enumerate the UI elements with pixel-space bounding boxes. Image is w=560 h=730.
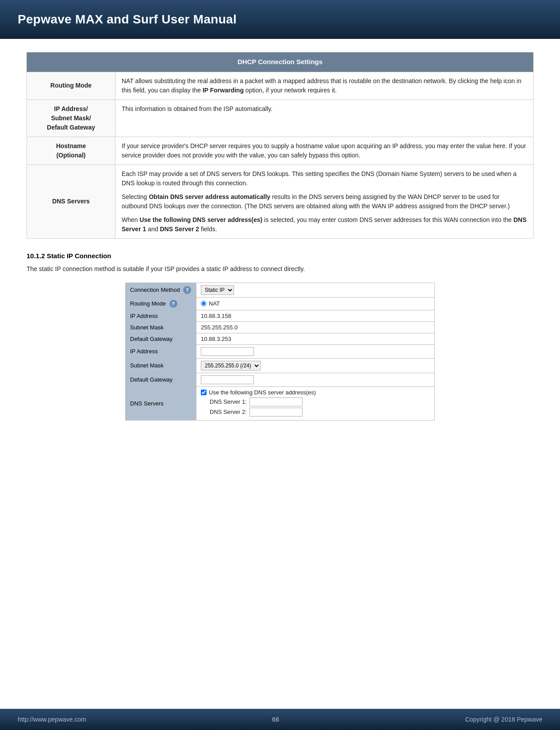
ip-address-form-label: IP Address xyxy=(126,310,196,321)
form-row-subnet-mask: Subnet Mask 255.255.255.0 xyxy=(126,321,435,333)
page-title: Pepwave MAX and Surf User Manual xyxy=(18,12,542,27)
dns-servers-form-value: Use the following DNS server address(es)… xyxy=(196,386,435,420)
page-header: Pepwave MAX and Surf User Manual xyxy=(0,0,560,39)
dns-servers-form-label: DNS Servers xyxy=(126,386,196,420)
form-row-default-gateway: Default Gateway 10.88.3.253 xyxy=(126,333,435,344)
dns-server2-label: DNS Server 2: xyxy=(210,409,247,415)
ip-address-form-value: 10.88.3.158 xyxy=(196,310,435,321)
subnet-mask-form-label: Subnet Mask xyxy=(126,321,196,333)
dns-use-following-checkbox[interactable] xyxy=(201,390,207,395)
ip-address-label: IP Address/Subnet Mask/Default Gateway xyxy=(27,99,115,137)
static-section-intro: The static IP connection method is suita… xyxy=(27,264,533,274)
table-row: DNS Servers Each ISP may provide a set o… xyxy=(27,164,533,238)
routing-mode-form-value: NAT xyxy=(196,297,435,310)
routing-mode-nat-label: NAT xyxy=(209,300,220,307)
main-content: DHCP Connection Settings Routing Mode NA… xyxy=(0,39,560,709)
dns-use-following-label: Use the following DNS server address(es) xyxy=(209,389,316,396)
dhcp-table-title: DHCP Connection Settings xyxy=(27,53,533,72)
footer-copyright: Copyright @ 2018 Pepwave xyxy=(465,716,542,723)
form-row-subnet-mask2: Subnet Mask 255.255.255.0 (/24) xyxy=(126,358,435,373)
connection-method-help-icon[interactable]: ? xyxy=(183,286,191,294)
default-gateway-form-value: 10.88.3.253 xyxy=(196,333,435,344)
default-gateway-form-label: Default Gateway xyxy=(126,333,196,344)
routing-mode-value: NAT allows substituting the real address… xyxy=(115,72,533,99)
connection-method-select[interactable]: Static IP xyxy=(201,285,234,295)
ip-address2-form-label: IP Address xyxy=(126,344,196,358)
subnet-mask2-select[interactable]: 255.255.255.0 (/24) xyxy=(201,361,261,371)
ip-address2-form-value xyxy=(196,344,435,358)
form-row-ip-address: IP Address 10.88.3.158 xyxy=(126,310,435,321)
dhcp-settings-table: DHCP Connection Settings Routing Mode NA… xyxy=(27,52,533,239)
form-row-dns-servers: DNS Servers Use the following DNS server… xyxy=(126,386,435,420)
routing-mode-radio[interactable] xyxy=(201,301,207,306)
ip-address-value: This information is obtained from the IS… xyxy=(115,99,533,137)
static-section-heading: 10.1.2 Static IP Connection xyxy=(27,252,533,260)
dns-servers-value: Each ISP may provide a set of DNS server… xyxy=(115,164,533,238)
static-ip-form-table: Connection Method ? Static IP Routing Mo… xyxy=(125,283,435,420)
dns-servers-label: DNS Servers xyxy=(27,164,115,238)
connection-method-value: Static IP xyxy=(196,283,435,297)
subnet-mask2-form-value: 255.255.255.0 (/24) xyxy=(196,358,435,373)
routing-mode-label: Routing Mode xyxy=(27,72,115,99)
table-row: Hostname(Optional) If your service provi… xyxy=(27,137,533,164)
ip-address2-input[interactable] xyxy=(201,347,254,356)
form-row-default-gateway2: Default Gateway xyxy=(126,373,435,386)
form-row-ip-address2: IP Address xyxy=(126,344,435,358)
default-gateway2-form-value xyxy=(196,373,435,386)
page-footer: http://www.pepwave.com 66 Copyright @ 20… xyxy=(0,709,560,730)
hostname-value: If your service provider's DHCP server r… xyxy=(115,137,533,164)
default-gateway2-input[interactable] xyxy=(201,375,254,384)
hostname-label: Hostname(Optional) xyxy=(27,137,115,164)
table-row: IP Address/Subnet Mask/Default Gateway T… xyxy=(27,99,533,137)
routing-mode-form-label: Routing Mode ? xyxy=(126,297,196,310)
table-row: Routing Mode NAT allows substituting the… xyxy=(27,72,533,99)
routing-mode-help-icon[interactable]: ? xyxy=(169,300,177,308)
footer-page: 66 xyxy=(272,716,279,723)
connection-method-label: Connection Method ? xyxy=(126,283,196,297)
footer-url: http://www.pepwave.com xyxy=(18,716,86,723)
subnet-mask-form-value: 255.255.255.0 xyxy=(196,321,435,333)
dns-server1-label: DNS Server 1: xyxy=(210,398,247,405)
form-row-routing-mode: Routing Mode ? NAT xyxy=(126,297,435,310)
dns-server1-input[interactable] xyxy=(249,397,303,406)
form-row-connection-method: Connection Method ? Static IP xyxy=(126,283,435,297)
subnet-mask2-form-label: Subnet Mask xyxy=(126,358,196,373)
dns-server2-input[interactable] xyxy=(249,408,303,417)
default-gateway2-form-label: Default Gateway xyxy=(126,373,196,386)
